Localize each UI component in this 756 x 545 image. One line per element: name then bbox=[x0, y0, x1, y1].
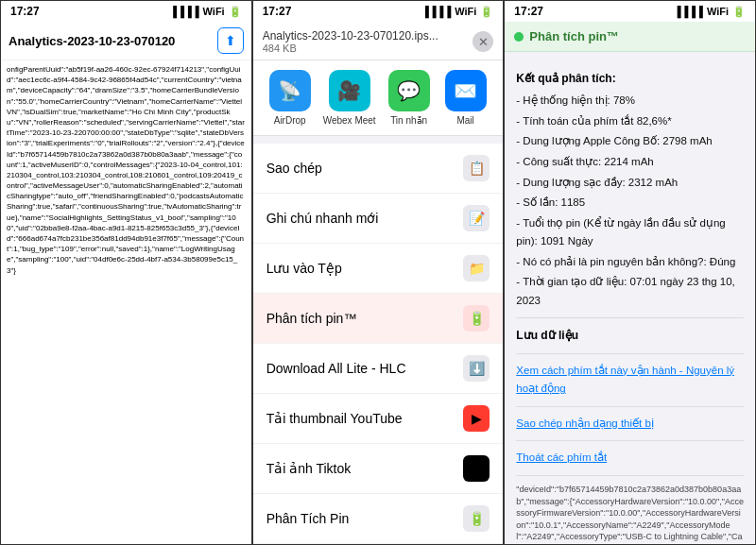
signal-icon-3: ▐▐▐▐ bbox=[674, 6, 703, 17]
airdrop-label: AirDrop bbox=[274, 115, 306, 126]
link-how-it-works[interactable]: Xem cách phím tắt này vận hành - Nguyên … bbox=[516, 362, 744, 399]
tiktok-icon: ♪ bbox=[463, 455, 490, 482]
divider-4 bbox=[516, 440, 744, 441]
signal-icon: ▐▐▐▐ bbox=[169, 6, 198, 17]
status-icons-1: ▐▐▐▐ WiFi 🔋 bbox=[169, 6, 241, 18]
webex-icon: 🎥 bbox=[329, 70, 370, 111]
result-item-0: - Hệ thống hiện thị: 78% bbox=[516, 92, 744, 111]
green-dot-icon bbox=[514, 32, 524, 42]
analytics-panel: 17:27 ▐▐▐▐ WiFi 🔋 Analytics-2023-10-23-0… bbox=[0, 0, 252, 545]
wifi-icon-2: WiFi bbox=[455, 6, 476, 17]
messages-icon: 💬 bbox=[388, 70, 430, 111]
analytics-content: onfigParentUuid":"ab5f19f-aa26-460c-92ec… bbox=[1, 60, 251, 545]
result-item-7: - Nó có phải là pin nguyên bản không?: Đ… bbox=[516, 253, 744, 272]
copy-icon: 📋 bbox=[463, 155, 490, 181]
save-data-title: Lưu dữ liệu bbox=[516, 326, 744, 345]
menu-save-file[interactable]: Lưu vào Tệp 📁 bbox=[253, 244, 504, 294]
menu-analyze-battery[interactable]: Phân tích pin™ 🔋 bbox=[253, 294, 504, 344]
divider-5 bbox=[516, 475, 744, 476]
result-section-title: Kết quả phân tích: bbox=[516, 69, 744, 88]
menu-copy[interactable]: Sao chép 📋 bbox=[253, 144, 504, 194]
app-item-messages[interactable]: 💬 Tin nhắn bbox=[386, 70, 433, 126]
battery-icon: 🔋 bbox=[229, 6, 242, 18]
share-header: Analytics-2023-10-23-070120.ips... 484 K… bbox=[253, 22, 504, 60]
airdrop-icon: 📡 bbox=[269, 70, 311, 111]
signal-icon-2: ▐▐▐▐ bbox=[421, 6, 451, 17]
result-item-3: - Công suất thực: 2214 mAh bbox=[516, 153, 744, 172]
battery-icon-2: 🔋 bbox=[480, 6, 493, 18]
download-icon: ⬇️ bbox=[463, 355, 490, 382]
wifi-icon: WiFi bbox=[203, 6, 225, 17]
analytics-title: Analytics-2023-10-23-070120 bbox=[9, 34, 217, 48]
save-file-label: Lưu vào Tệp bbox=[266, 261, 342, 276]
time-3: 17:27 bbox=[514, 5, 543, 18]
divider-2 bbox=[516, 353, 744, 354]
share-filesize: 484 KB bbox=[263, 43, 438, 54]
messages-label: Tin nhắn bbox=[390, 115, 427, 126]
thumbnail-youtube-label: Tải thumbnail YouTube bbox=[266, 411, 403, 426]
menu-download-all[interactable]: Download All Lite - HLC ⬇️ bbox=[253, 344, 504, 394]
battery-result-header: Phân tích pin™ bbox=[505, 22, 755, 52]
menu-tiktok-photo[interactable]: Tải ảnh Tiktok ♪ bbox=[253, 444, 504, 494]
webex-label: Webex Meet bbox=[323, 115, 376, 126]
mail-icon: ✉️ bbox=[445, 70, 487, 111]
status-icons-3: ▐▐▐▐ WiFi 🔋 bbox=[674, 6, 746, 18]
result-item-2: - Dung lượng Apple Công Bố: 2798 mAh bbox=[516, 132, 744, 151]
app-item-webex[interactable]: 🎥 Webex Meet bbox=[323, 70, 376, 126]
battery-analyze-icon: 🔋 bbox=[463, 305, 490, 332]
mail-label: Mail bbox=[456, 115, 473, 126]
share-button[interactable]: ⬆ bbox=[217, 27, 244, 54]
result-item-1: - Tính toán của phím tắt 82,6%* bbox=[516, 112, 744, 131]
share-menu: Sao chép 📋 Ghi chú nhanh mới 📝 Lưu vào T… bbox=[253, 144, 504, 545]
battery-icon-3: 🔋 bbox=[732, 6, 746, 18]
quick-note-icon: 📝 bbox=[463, 205, 490, 231]
divider-1 bbox=[516, 317, 744, 318]
battery-result-content: Kết quả phân tích: - Hệ thống hiện thị: … bbox=[505, 52, 755, 545]
status-bar-1: 17:27 ▐▐▐▐ WiFi 🔋 bbox=[1, 1, 251, 22]
download-all-label: Download All Lite - HLC bbox=[266, 361, 406, 376]
result-item-4: - Dung lượng sạc đầy: 2312 mAh bbox=[516, 174, 744, 193]
status-bar-2: 17:27 ▐▐▐▐ WiFi 🔋 bbox=[253, 1, 504, 22]
save-file-icon: 📁 bbox=[463, 255, 490, 281]
quick-note-label: Ghi chú nhanh mới bbox=[266, 211, 379, 226]
menu-quick-note[interactable]: Ghi chú nhanh mới 📝 bbox=[253, 194, 504, 244]
battery-analysis-label: Phân Tích Pin bbox=[266, 511, 350, 526]
result-item-5: - Số lần: 1185 bbox=[516, 194, 744, 213]
wifi-icon-3: WiFi bbox=[707, 6, 729, 17]
status-icons-2: ▐▐▐▐ WiFi 🔋 bbox=[421, 6, 493, 18]
time-1: 17:27 bbox=[10, 5, 40, 18]
analytics-topbar: Analytics-2023-10-23-070120 ⬆ bbox=[1, 22, 251, 60]
battery-result-panel: 17:27 ▐▐▐▐ WiFi 🔋 Phân tích pin™ Kết quả… bbox=[504, 0, 756, 545]
battery-result-title: Phân tích pin™ bbox=[529, 29, 619, 43]
raw-data-text: "deviceId":"b7f65714459b7810c2a73862a0d3… bbox=[516, 484, 744, 545]
menu-battery-analysis[interactable]: Phân Tích Pin 🔋 bbox=[253, 494, 504, 544]
analyze-battery-label: Phân tích pin™ bbox=[266, 311, 357, 326]
menu-thumbnail-youtube[interactable]: Tải thumbnail YouTube ▶ bbox=[253, 394, 504, 444]
close-button[interactable]: ✕ bbox=[472, 31, 493, 52]
share-file-info: Analytics-2023-10-23-070120.ips... 484 K… bbox=[263, 29, 438, 54]
youtube-icon: ▶ bbox=[463, 405, 490, 432]
result-item-6: - Tuổi thọ pin (Kể từ ngày lần đầu sử dụ… bbox=[516, 214, 744, 251]
battery-analysis-icon: 🔋 bbox=[463, 505, 490, 532]
app-share-row: 📡 AirDrop 🎥 Webex Meet 💬 Tin nhắn ✉️ Mai… bbox=[253, 60, 504, 136]
share-sheet-panel: 17:27 ▐▐▐▐ WiFi 🔋 Analytics-2023-10-23-0… bbox=[252, 0, 505, 545]
share-filename: Analytics-2023-10-23-070120.ips... bbox=[263, 29, 438, 43]
status-bar-3: 17:27 ▐▐▐▐ WiFi 🔋 bbox=[505, 1, 755, 22]
app-item-airdrop[interactable]: 📡 AirDrop bbox=[266, 70, 314, 126]
divider-3 bbox=[516, 406, 744, 407]
time-2: 17:27 bbox=[263, 5, 292, 18]
app-item-mail[interactable]: ✉️ Mail bbox=[442, 70, 490, 126]
tiktok-photo-label: Tải ảnh Tiktok bbox=[266, 461, 352, 476]
link-exit[interactable]: Thoát các phím tắt bbox=[516, 449, 744, 468]
link-copy-device-id[interactable]: Sao chép nhận dạng thiết bị bbox=[516, 415, 744, 434]
result-item-8: - Thời gian tạo dữ liệu: 07:01 ngày 23 t… bbox=[516, 273, 744, 310]
copy-label: Sao chép bbox=[266, 161, 322, 176]
